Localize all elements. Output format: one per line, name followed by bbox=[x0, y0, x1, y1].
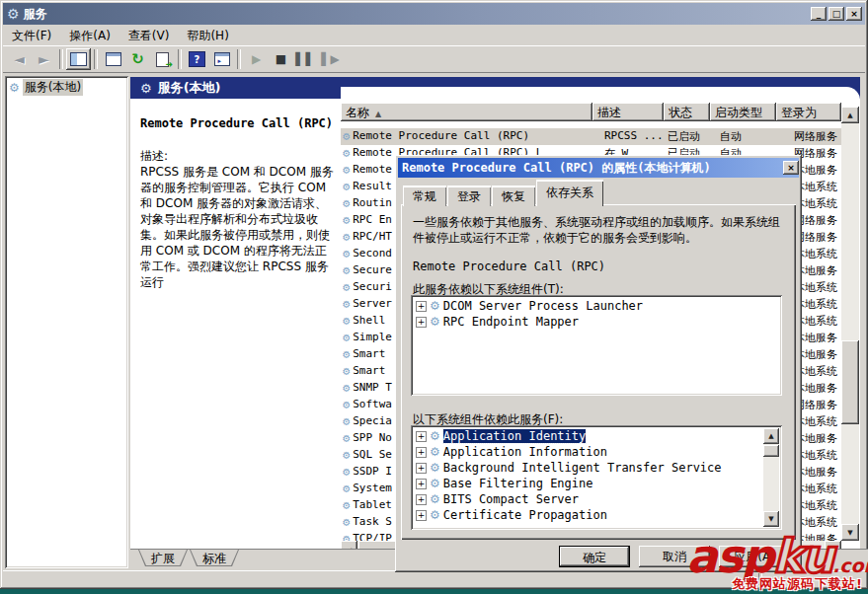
service-name: Securi bbox=[353, 280, 392, 293]
dependency-item[interactable]: +⚙Application Identity bbox=[414, 428, 763, 444]
dependency-item[interactable]: +⚙Application Information bbox=[414, 444, 763, 460]
dependency-item[interactable]: +⚙BITS Compact Server bbox=[414, 491, 763, 507]
start-service-button[interactable]: ▶ bbox=[244, 48, 269, 70]
tab-extended[interactable]: 扩展 bbox=[138, 550, 188, 566]
service-description: RPCSS 服务是 COM 和 DCOM 服务器的服务控制管理器。它执行 COM… bbox=[140, 164, 336, 290]
vertical-scrollbar-track[interactable] bbox=[841, 123, 859, 524]
service-gear-icon: ⚙ bbox=[343, 264, 350, 276]
service-name: TCP/IP bbox=[353, 532, 392, 541]
dependents-scroll-down-button[interactable]: ▼ bbox=[763, 511, 779, 527]
dialog-tab-登录[interactable]: 登录 bbox=[447, 186, 491, 206]
service-name: Simple bbox=[353, 331, 392, 343]
expand-plus-icon[interactable]: + bbox=[416, 510, 427, 521]
dialog-tab-恢复[interactable]: 恢复 bbox=[492, 186, 535, 206]
show-console-tree-button[interactable] bbox=[66, 48, 91, 70]
column-header-4[interactable]: 登录为 bbox=[776, 103, 841, 121]
pause-service-button[interactable]: ▌▌ bbox=[293, 48, 318, 70]
toolbar: ◄ ► ↻ ? ▸ ▶ ■ ▌▌ ▌▶ bbox=[3, 45, 865, 73]
dependents-scroll-up-button[interactable]: ▲ bbox=[763, 428, 779, 444]
column-header-3[interactable]: 启动类型 bbox=[710, 103, 776, 121]
menu-item-帮[interactable]: 帮助(H) bbox=[178, 26, 237, 46]
status-bar-separator bbox=[758, 573, 762, 585]
services-gear-icon: ⚙ bbox=[9, 82, 20, 94]
service-desc-cell: RPCSS ... bbox=[604, 129, 664, 142]
services-gear-icon: ⚙ bbox=[140, 82, 152, 95]
description-label: 描述: bbox=[140, 148, 168, 165]
dependency-label: RPC Endpoint Mapper bbox=[443, 315, 579, 329]
vertical-scrollbar-thumb[interactable] bbox=[841, 340, 859, 424]
menu-item-操[interactable]: 操作(A) bbox=[60, 26, 119, 46]
service-name: SQL Se bbox=[353, 448, 392, 461]
service-name: RPC/HT bbox=[353, 230, 392, 243]
expand-plus-icon[interactable]: + bbox=[416, 431, 427, 442]
extended-description-pane: Remote Procedure Call (RPC) 描述: RPCSS 服务… bbox=[130, 99, 341, 549]
apply-button[interactable]: 应用(A) bbox=[719, 546, 790, 567]
expand-plus-icon[interactable]: + bbox=[416, 494, 427, 505]
menu-item-文[interactable]: 文件(F) bbox=[3, 26, 60, 46]
maximize-button[interactable]: □ bbox=[829, 7, 844, 21]
expand-plus-icon[interactable]: + bbox=[416, 447, 427, 458]
extended-view-button[interactable]: ▸ bbox=[209, 48, 234, 70]
stop-service-button[interactable]: ■ bbox=[269, 48, 293, 70]
dialog-titlebar[interactable]: Remote Procedure Call (RPC) 的属性(本地计算机) × bbox=[398, 158, 799, 178]
dependency-item[interactable]: +⚙Certificate Propagation bbox=[414, 507, 763, 523]
dialog-tab-依存关系[interactable]: 依存关系 bbox=[536, 180, 603, 206]
selected-service-title: Remote Procedure Call (RPC) bbox=[140, 116, 333, 130]
cancel-button[interactable]: 取消 bbox=[639, 546, 710, 567]
close-button[interactable]: × bbox=[846, 7, 862, 21]
toolbar-separator bbox=[178, 49, 182, 69]
service-name: Softwa bbox=[353, 398, 392, 410]
menu-item-查[interactable]: 查看(V) bbox=[119, 26, 179, 46]
service-name: Remote Procedure Call (RPC) bbox=[353, 129, 529, 142]
tree-item-label: 服务(本地) bbox=[23, 79, 83, 96]
column-header-0[interactable]: 名称▲ bbox=[341, 103, 592, 121]
ok-button[interactable]: 确定 bbox=[559, 546, 630, 567]
scroll-up-button[interactable]: ▲ bbox=[841, 107, 859, 123]
dependents-listbox[interactable]: +⚙Application Identity+⚙Application Info… bbox=[411, 425, 782, 530]
back-button[interactable]: ◄ bbox=[7, 48, 32, 70]
help-button[interactable]: ? bbox=[185, 48, 209, 70]
forward-button[interactable]: ► bbox=[32, 48, 56, 70]
expand-plus-icon[interactable]: + bbox=[416, 479, 427, 489]
properties-button[interactable] bbox=[101, 48, 125, 70]
dependency-label: Application Information bbox=[443, 445, 607, 459]
tab-standard[interactable]: 标准 bbox=[190, 550, 239, 566]
dependency-item[interactable]: +⚙RPC Endpoint Mapper bbox=[414, 314, 779, 330]
export-list-button[interactable] bbox=[150, 48, 175, 70]
dependents-scrollbar-thumb[interactable] bbox=[763, 445, 779, 457]
service-gear-icon: ⚙ bbox=[343, 248, 350, 260]
forward-icon: ► bbox=[39, 51, 49, 67]
dependency-label: Base Filtering Engine bbox=[443, 477, 593, 490]
help-icon: ? bbox=[189, 51, 205, 67]
depends-on-listbox[interactable]: +⚙DCOM Server Process Launcher+⚙RPC Endp… bbox=[411, 295, 782, 396]
service-gear-icon: ⚙ bbox=[343, 281, 350, 293]
expand-plus-icon[interactable]: + bbox=[416, 301, 427, 312]
service-gear-icon: ⚙ bbox=[343, 298, 350, 310]
expand-plus-icon[interactable]: + bbox=[416, 317, 427, 328]
column-header-2[interactable]: 状态 bbox=[664, 103, 710, 121]
restart-service-button[interactable]: ▌▶ bbox=[318, 48, 343, 70]
service-gear-icon: ⚙ bbox=[343, 382, 350, 394]
dialog-tab-常规[interactable]: 常规 bbox=[403, 186, 446, 206]
service-gear-icon: ⚙ bbox=[430, 300, 440, 312]
console-tree-pane: ⚙ 服务(本地) bbox=[5, 76, 128, 568]
expand-plus-icon[interactable]: + bbox=[416, 463, 427, 474]
tree-item-services-local[interactable]: ⚙ 服务(本地) bbox=[5, 76, 128, 96]
service-gear-icon: ⚙ bbox=[343, 164, 350, 176]
scroll-down-button[interactable]: ▼ bbox=[841, 524, 859, 541]
service-name: SSDP I bbox=[353, 465, 392, 478]
table-row[interactable]: ⚙Remote Procedure Call (RPC)RPCSS ...已启动… bbox=[341, 128, 841, 145]
stop-icon: ■ bbox=[276, 52, 286, 66]
service-gear-icon: ⚙ bbox=[430, 462, 440, 474]
minimize-button[interactable]: _ bbox=[811, 7, 827, 21]
dialog-close-button[interactable]: × bbox=[783, 161, 799, 175]
dependency-item[interactable]: +⚙DCOM Server Process Launcher bbox=[414, 298, 779, 314]
column-header-1[interactable]: 描述 bbox=[592, 103, 664, 121]
service-gear-icon: ⚙ bbox=[343, 147, 350, 159]
dependency-item[interactable]: +⚙Background Intelligent Transfer Servic… bbox=[414, 460, 763, 476]
refresh-button[interactable]: ↻ bbox=[125, 48, 150, 70]
window-titlebar[interactable]: ⚙ 服务 _ □ × bbox=[3, 3, 865, 25]
services-gear-icon: ⚙ bbox=[7, 6, 20, 22]
service-gear-icon: ⚙ bbox=[343, 348, 350, 360]
dependency-item[interactable]: +⚙Base Filtering Engine bbox=[414, 476, 763, 491]
